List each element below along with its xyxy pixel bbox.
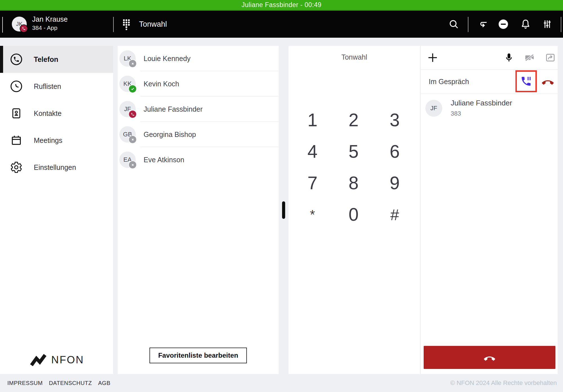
- avatar: KK: [119, 76, 136, 92]
- favorite-contact-row[interactable]: KK Kevin Koch: [118, 71, 279, 96]
- plus-icon: [427, 52, 438, 63]
- notifications-button[interactable]: [520, 19, 531, 30]
- participant-avatar: JF: [425, 100, 442, 117]
- dialpad-key-0[interactable]: 0: [333, 199, 374, 230]
- search-button[interactable]: [448, 19, 459, 30]
- footer-links: IMPRESSUM DATENSCHUTZ AGB: [7, 380, 110, 386]
- call-participant-row[interactable]: JF Juliane Fassbinder 383: [421, 94, 558, 125]
- calendar-icon: [10, 134, 23, 147]
- active-call-banner[interactable]: Juliane Fassbinder - 00:49: [0, 0, 563, 11]
- contact-name: Louie Kennedy: [144, 55, 191, 63]
- sidebar-item-label: Telefon: [34, 55, 58, 64]
- avatar: LK: [119, 50, 136, 67]
- avatar-initials: JF: [430, 105, 437, 112]
- sidebar-item-kontakte[interactable]: Kontakte: [0, 100, 113, 127]
- footer-link-agb[interactable]: AGB: [98, 380, 111, 386]
- favorite-contact-row[interactable]: JF Juliane Fassbinder: [118, 96, 279, 122]
- footer-copyright: © NFON 2024 Alle Rechte vorbehalten: [450, 379, 557, 387]
- page-title: Tonwahl: [139, 11, 167, 38]
- transfer-call-button[interactable]: [544, 51, 557, 64]
- dialpad-key-6[interactable]: 6: [374, 136, 415, 167]
- dialpad-key-5[interactable]: 5: [333, 136, 374, 167]
- available-check-icon: [131, 87, 135, 91]
- status-badge: [128, 135, 137, 144]
- dialpad-key-1[interactable]: 1: [292, 104, 333, 136]
- active-indicator: [0, 46, 3, 73]
- dtmf-panel-title: Tonwahl: [289, 53, 420, 61]
- header-left-divider: [2, 17, 3, 33]
- footer-link-datenschutz[interactable]: DATENSCHUTZ: [49, 380, 92, 386]
- hold-call-button[interactable]: [520, 75, 532, 87]
- hangup-icon: [482, 352, 497, 363]
- add-call-button[interactable]: [426, 51, 439, 64]
- dialpad-key-4[interactable]: 4: [292, 136, 333, 167]
- sidebar-item-ruflisten[interactable]: Ruflisten: [0, 73, 113, 100]
- hangup-call-bar-button[interactable]: [424, 346, 555, 369]
- transfer-icon: [545, 52, 556, 63]
- sidebar-item-label: Meetings: [34, 136, 62, 145]
- user-avatar[interactable]: JK: [12, 17, 27, 31]
- dialpad-keys: 1 2 3 4 5 6 7 8 9 * 0 #: [292, 104, 415, 230]
- nfon-logo-mark: [30, 354, 47, 366]
- dialpad-icon: [120, 18, 132, 31]
- sidebar-item-label: Ruflisten: [34, 82, 61, 91]
- audio-settings-button[interactable]: [542, 19, 553, 30]
- favorite-contact-row[interactable]: EA Eve Atkinson: [118, 147, 279, 172]
- header-divider: [113, 17, 114, 32]
- gear-icon: [10, 161, 23, 174]
- microphone-button[interactable]: [503, 51, 515, 64]
- active-call-banner-text: Juliane Fassbinder - 00:49: [242, 1, 321, 9]
- avatar: JF: [119, 101, 136, 117]
- panel-resize-handle[interactable]: [282, 201, 285, 219]
- phone-badge-icon: [22, 27, 26, 30]
- do-not-disturb-button[interactable]: [498, 19, 509, 30]
- call-forwarding-button[interactable]: [477, 19, 488, 30]
- dialpad-key-9[interactable]: 9: [374, 167, 415, 199]
- edit-favorites-button[interactable]: Favoritenliste bearbeiten: [149, 348, 247, 363]
- dialpad-key-hash[interactable]: #: [374, 199, 415, 230]
- dialpad-key-star[interactable]: *: [292, 199, 333, 230]
- contacts-icon: [10, 107, 23, 120]
- active-call-panel: Im Gespräch JF Juliane Fassbinder 383: [421, 46, 558, 374]
- do-not-disturb-icon: [498, 18, 509, 30]
- sidebar-item-meetings[interactable]: Meetings: [0, 127, 113, 154]
- dialpad-key-8[interactable]: 8: [333, 167, 374, 199]
- nfon-logo-text: NFON: [51, 354, 84, 366]
- video-off-icon: [524, 52, 535, 63]
- dialpad-key-3[interactable]: 3: [374, 104, 415, 136]
- video-off-button[interactable]: [523, 51, 536, 64]
- avatar: EA: [119, 152, 136, 168]
- favorite-contact-row[interactable]: GB Georgina Bishop: [118, 122, 279, 147]
- call-actions-row: [421, 46, 558, 69]
- contact-name: Juliane Fassbinder: [144, 105, 203, 113]
- status-badge: [128, 110, 137, 118]
- sidebar-item-telefon[interactable]: Telefon: [0, 46, 113, 73]
- nfon-softphone-app: Juliane Fassbinder - 00:49 JK Jan Krause…: [0, 0, 563, 392]
- app-header: JK Jan Krause 384 - App Tonwahl: [0, 11, 563, 38]
- phone-icon: [10, 53, 23, 66]
- sliders-icon: [542, 19, 553, 30]
- call-history-icon: [10, 80, 23, 93]
- user-in-call-badge: [20, 24, 28, 33]
- sidebar-item-label: Kontakte: [34, 109, 62, 118]
- user-name: Jan Krause: [32, 15, 68, 24]
- offline-x-icon: [131, 138, 135, 141]
- hangup-call-button-small[interactable]: [541, 75, 554, 87]
- dialpad-key-2[interactable]: 2: [333, 104, 374, 136]
- highlight-box-hold-button: [515, 70, 537, 92]
- participant-name: Juliane Fassbinder: [451, 99, 512, 107]
- in-call-phone-icon: [131, 112, 135, 116]
- footer: IMPRESSUM DATENSCHUTZ AGB © NFON 2024 Al…: [0, 374, 563, 392]
- footer-link-impressum[interactable]: IMPRESSUM: [7, 380, 43, 386]
- status-badge: [128, 161, 137, 169]
- status-badge: [128, 85, 137, 93]
- favorite-contact-row[interactable]: LK Louie Kennedy: [118, 46, 279, 71]
- header-divider: [561, 17, 561, 32]
- contact-name: Georgina Bishop: [144, 130, 196, 139]
- sidebar-item-einstellungen[interactable]: Einstellungen: [0, 154, 113, 181]
- offline-x-icon: [131, 163, 135, 167]
- microphone-icon: [504, 52, 514, 64]
- dialpad-key-7[interactable]: 7: [292, 167, 333, 199]
- status-badge: [128, 59, 137, 68]
- participant-number: 383: [451, 110, 461, 117]
